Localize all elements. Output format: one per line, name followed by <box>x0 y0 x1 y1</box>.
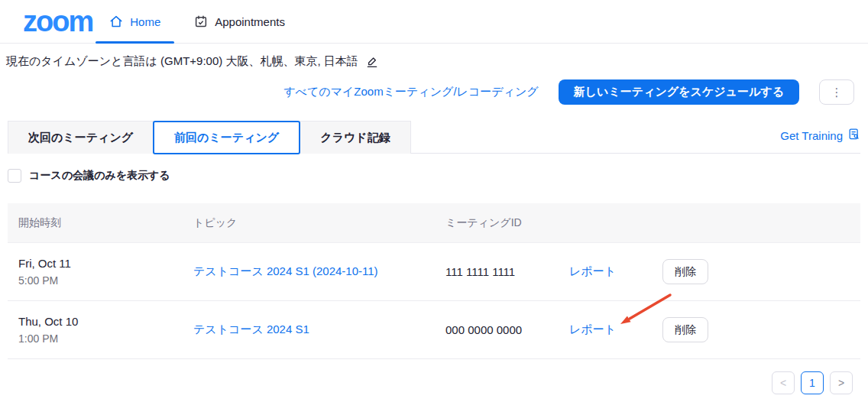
meeting-id-cell: 111 1111 1111 <box>435 265 559 278</box>
nav-tab-home-label: Home <box>130 15 160 28</box>
meetings-tabstrip: 次回のミーティング 前回のミーティング クラウド記録 Get Training <box>8 121 860 154</box>
meeting-topic-link[interactable]: テストコース 2024 S1 <box>193 323 309 336</box>
pagination: < 1 > <box>772 371 853 394</box>
meeting-time: 5:00 PM <box>18 274 183 287</box>
meeting-time: 1:00 PM <box>18 332 183 345</box>
header-start-time: 開始時刻 <box>8 216 183 230</box>
pagination-prev-button[interactable]: < <box>772 371 795 394</box>
actions-row: すべてのマイZoomミーティング/レコーディング 新しいミーティングをスケジュー… <box>283 79 854 105</box>
more-options-button[interactable]: ⋮ <box>819 79 854 105</box>
delete-button[interactable]: 削除 <box>662 317 708 342</box>
get-training-link[interactable]: Get Training <box>780 128 860 143</box>
nav-tab-appointments-label: Appointments <box>215 15 285 28</box>
delete-cell: 削除 <box>644 259 860 284</box>
meeting-id-cell: 000 0000 0000 <box>435 323 559 336</box>
zoom-web-portal: zoom Home Appointments 現在のタイムゾーンと言語は (GM… <box>0 0 868 402</box>
get-training-label: Get Training <box>780 129 843 142</box>
delete-cell: 削除 <box>644 317 860 342</box>
report-cell: レポート <box>559 323 644 337</box>
course-filter-row: コースの会議のみを表示する <box>8 169 170 183</box>
meeting-topic-link[interactable]: テストコース 2024 S1 (2024-10-11) <box>193 264 378 277</box>
tab-previous-meetings[interactable]: 前回のミーティング <box>153 121 300 154</box>
previous-meetings-table: 開始時刻 トピック ミーティングID Fri, Oct 11 5:00 PM テ… <box>8 203 860 359</box>
course-only-label[interactable]: コースの会議のみを表示する <box>29 169 170 183</box>
timezone-row: 現在のタイムゾーンと言語は (GMT+9:00) 大阪、札幌、東京, 日本語 <box>6 54 378 69</box>
report-link[interactable]: レポート <box>569 323 616 336</box>
header-topic: トピック <box>183 216 435 230</box>
nav-tab-home[interactable]: Home <box>92 0 177 43</box>
document-magnifier-icon <box>847 128 860 143</box>
report-link[interactable]: レポート <box>569 264 616 277</box>
table-header-row: 開始時刻 トピック ミーティングID <box>8 203 860 243</box>
pagination-next-button[interactable]: > <box>830 371 853 394</box>
delete-button[interactable]: 削除 <box>662 259 708 284</box>
start-time-cell: Thu, Oct 10 1:00 PM <box>8 315 183 345</box>
nav-tab-appointments[interactable]: Appointments <box>177 0 302 43</box>
tab-cloud-recordings[interactable]: クラウド記録 <box>300 121 410 154</box>
edit-pencil-icon[interactable] <box>366 56 378 68</box>
table-row: Thu, Oct 10 1:00 PM テストコース 2024 S1 000 0… <box>8 301 860 359</box>
tab-upcoming-meetings[interactable]: 次回のミーティング <box>8 121 154 154</box>
zoom-logo[interactable]: zoom <box>23 7 92 36</box>
course-only-checkbox[interactable] <box>8 169 21 183</box>
report-cell: レポート <box>559 264 644 279</box>
header-meeting-id: ミーティングID <box>435 216 559 230</box>
meeting-date: Thu, Oct 10 <box>18 315 183 328</box>
vertical-ellipsis-icon: ⋮ <box>831 86 843 99</box>
pagination-page-1-button[interactable]: 1 <box>801 371 824 394</box>
table-row: Fri, Oct 11 5:00 PM テストコース 2024 S1 (2024… <box>8 243 860 301</box>
timezone-language-text: 現在のタイムゾーンと言語は (GMT+9:00) 大阪、札幌、東京, 日本語 <box>6 54 358 69</box>
start-time-cell: Fri, Oct 11 5:00 PM <box>8 257 183 287</box>
meetings-tabs: 次回のミーティング 前回のミーティング クラウド記録 <box>8 121 860 154</box>
topic-cell: テストコース 2024 S1 <box>183 323 435 337</box>
all-meetings-recordings-link[interactable]: すべてのマイZoomミーティング/レコーディング <box>283 85 539 99</box>
topic-cell: テストコース 2024 S1 (2024-10-11) <box>183 264 435 279</box>
home-icon <box>109 15 123 28</box>
calendar-check-icon <box>194 15 208 28</box>
schedule-meeting-button[interactable]: 新しいミーティングをスケジュールする <box>559 79 799 105</box>
top-navbar: zoom Home Appointments <box>0 0 868 44</box>
meeting-date: Fri, Oct 11 <box>18 257 183 270</box>
